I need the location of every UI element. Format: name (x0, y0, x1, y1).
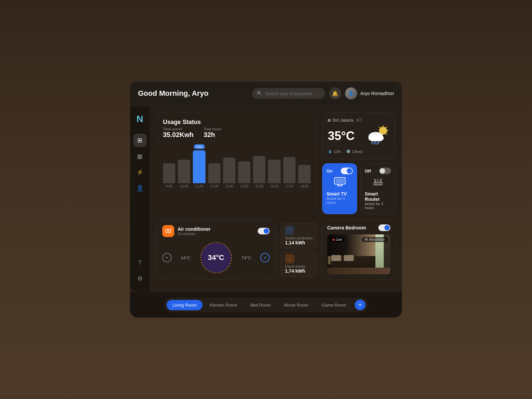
x-label-900: 9:00 (163, 185, 175, 188)
total-spend-value: 35.02Kwh (163, 131, 194, 139)
main-app-container: Good Morning, Aryo 🔍 🔔 👤 Aryo Romadhon N… (130, 81, 402, 318)
bar-wrapper-1700 (283, 154, 296, 183)
energy-production-card: ↑ System production 1.14 kWh (281, 223, 317, 248)
settings-icon: ⚙ (137, 275, 143, 282)
svg-rect-15 (336, 179, 344, 183)
weather-location: DKI Jakarta JKT (328, 118, 390, 123)
right-column: DKI Jakarta JKT 35°C (322, 112, 395, 214)
x-label-1300: 13:00 (223, 185, 235, 188)
bar-wrapper-1100: 30kw (193, 144, 205, 183)
total-hours-stat: Total hours 32h (203, 127, 221, 139)
bar-1500[interactable] (253, 156, 265, 184)
ac-name: Air conditioner (178, 226, 211, 232)
smart-router-toggle[interactable] (379, 168, 391, 174)
device-router-name: Smart Router Active for 3 hours (365, 191, 391, 210)
help-icon: ? (138, 259, 141, 266)
weather-main: 35°C (328, 125, 390, 147)
bar-1200[interactable] (208, 163, 220, 184)
sidebar-item-dashboard[interactable]: ⊞ (133, 134, 147, 147)
camera-card: Camera Bedroom (322, 219, 395, 280)
camera-toggle[interactable] (378, 224, 390, 231)
sidebar-item-energy[interactable]: ⚡ (133, 166, 147, 179)
bar-wrapper-1000 (178, 157, 190, 184)
user-name: Aryo Romadhon (360, 91, 394, 96)
live-badge: Live (330, 237, 344, 242)
bar-1100[interactable] (193, 150, 205, 183)
svg-point-22 (379, 183, 380, 184)
svg-line-11 (378, 141, 379, 144)
export-value: 1.74 kWh (285, 268, 313, 274)
bar-1700[interactable] (283, 157, 296, 183)
x-label-1200: 12:00 (208, 185, 220, 188)
tab-kitchen-room[interactable]: Kitchen Room (204, 300, 243, 310)
pillow-right (344, 255, 354, 261)
production-icon: ↑ (285, 226, 294, 235)
ac-info: Air conditioner 14 minutes (162, 225, 211, 237)
sidebar-item-calendar[interactable]: ▦ (133, 150, 147, 163)
ac-time: 14 minutes (178, 232, 211, 236)
bar-wrapper-1400 (238, 159, 250, 183)
sidebar-bottom: ? ⚙ (133, 256, 147, 285)
search-input[interactable] (265, 91, 321, 96)
weather-sub: JKT (355, 118, 362, 123)
ac-controls: − 14°C (162, 241, 270, 274)
main-content: Usage Status Total spend 35.02Kwh Total … (150, 106, 402, 292)
thermostat-dial: 34°C (200, 241, 233, 274)
temp-decrease-button[interactable]: − (162, 253, 172, 262)
tabs-container: Living Room Kitchen Room Bed Room Movie … (164, 298, 368, 312)
dashboard-icon: ⊞ (137, 137, 142, 144)
sidebar-item-settings[interactable]: ⚙ (133, 272, 147, 285)
bar-1600[interactable] (268, 160, 280, 184)
wind-icon: 💨 (346, 149, 350, 154)
svg-line-4 (386, 134, 387, 135)
tab-movie-room[interactable]: Movie Room (278, 300, 314, 310)
toggle-knob (347, 168, 352, 174)
bar-1000[interactable] (178, 160, 190, 184)
total-hours-label: Total hours (203, 127, 221, 131)
tab-bed-room[interactable]: Bed Room (244, 300, 277, 310)
smart-tv-icon (327, 177, 353, 189)
x-label-1000: 10:00 (178, 185, 190, 188)
tab-game-room[interactable]: Game Room (316, 300, 352, 310)
user-profile[interactable]: 👤 Aryo Romadhon (345, 87, 394, 99)
temp-increase-button[interactable]: + (260, 253, 270, 262)
smart-tv-toggle[interactable] (341, 168, 353, 174)
notification-button[interactable]: 🔔 (329, 87, 341, 99)
total-spend-stat: Total spend 35.02Kwh (163, 127, 194, 139)
page-greeting: Good Morning, Aryo (138, 89, 208, 98)
lamp-left (328, 256, 331, 264)
bar-wrapper-900 (163, 161, 175, 184)
add-room-button[interactable]: + (355, 300, 365, 310)
users-icon: 👤 (136, 185, 144, 192)
svg-line-24 (381, 179, 381, 182)
bar-1800[interactable] (298, 165, 311, 183)
sidebar-item-users[interactable]: 👤 (133, 182, 147, 195)
sidebar-logo: N (133, 112, 147, 126)
logo-text: N (136, 114, 143, 124)
min-temp-label: 14°C (181, 255, 190, 260)
wind-value: 12km/j (352, 150, 362, 154)
sidebar-item-help[interactable]: ? (133, 256, 147, 269)
svg-line-5 (379, 127, 380, 128)
chart-x-labels: 9:0010:0011:0012:0013:0014:0015:0016:001… (163, 185, 311, 188)
bar-wrapper-1600 (268, 157, 280, 184)
search-bar[interactable]: 🔍 (252, 88, 325, 99)
total-spend-label: Total spend (163, 127, 194, 131)
bar-900[interactable] (163, 163, 175, 184)
weather-temperature: 35°C (328, 129, 354, 143)
room-tabs: Living Room Kitchen Room Bed Room Movie … (130, 292, 402, 318)
bar-wrapper-1200 (208, 161, 220, 184)
bar-1400[interactable] (238, 161, 250, 183)
svg-point-29 (168, 230, 169, 232)
ac-card: Air conditioner 14 minutes − 14°C (157, 219, 275, 280)
ac-toggle[interactable] (258, 228, 270, 234)
weather-city: DKI Jakarta (332, 118, 353, 123)
camera-toggle-knob (384, 225, 390, 230)
stats-row: Total spend 35.02Kwh Total hours 32h (163, 127, 311, 139)
devices-row: On (322, 163, 395, 214)
bar-1300[interactable] (223, 158, 235, 183)
energy-export-card: ↓ Export energy 1.74 kWh (281, 251, 317, 277)
ac-header: Air conditioner 14 minutes (162, 225, 270, 237)
device-tv-header: On (327, 168, 353, 174)
tab-living-room[interactable]: Living Room (167, 300, 202, 310)
